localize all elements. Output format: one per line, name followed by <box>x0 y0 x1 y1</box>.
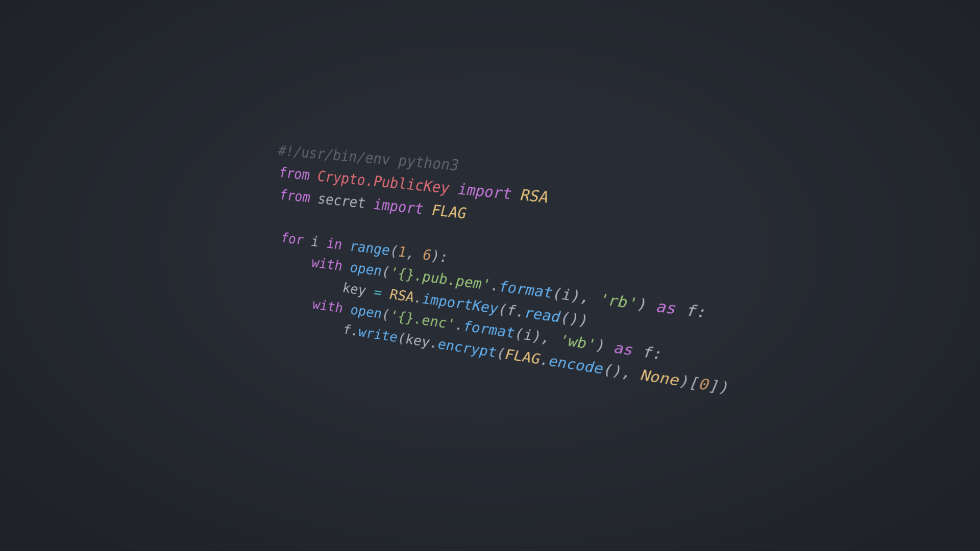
const-flag: FLAG <box>431 201 465 222</box>
fn-format: format <box>498 278 552 302</box>
fn-open: open <box>350 302 381 322</box>
punct-dot: . <box>350 322 357 339</box>
kw-with: with <box>311 296 342 316</box>
punct-rparen: ) <box>577 311 587 329</box>
fn-range: range <box>349 237 388 259</box>
punct-dot: . <box>429 334 437 352</box>
punct-lparen: ( <box>551 284 561 303</box>
const-flag: FLAG <box>504 345 540 367</box>
var-i: i <box>310 233 318 249</box>
str-wb: 'wb' <box>557 331 595 354</box>
kw-from: from <box>278 164 309 183</box>
kw-from: from <box>278 186 309 205</box>
punct-lparen: ( <box>497 300 506 318</box>
punct-colon: : <box>651 344 662 363</box>
punct-lparen: ( <box>495 344 504 362</box>
code-block: #!/usr/bin/env python3 from Crypto.Publi… <box>276 116 755 422</box>
fn-open: open <box>349 259 381 279</box>
var-f: f <box>505 301 515 319</box>
num-1: 1 <box>397 243 405 261</box>
punct-dot: . <box>489 276 498 294</box>
punct-lparen: ( <box>381 306 389 322</box>
op-eq: = <box>365 282 389 302</box>
class-rsa: RSA <box>519 185 548 206</box>
punct-comma: , <box>540 329 558 348</box>
kw-as: as <box>612 339 633 359</box>
fn-encode: encode <box>547 352 603 377</box>
punct-rparen: ) <box>635 295 647 314</box>
fn-encrypt: encrypt <box>437 335 496 360</box>
punct-dot: . <box>538 350 548 368</box>
class-rsa: RSA <box>389 285 413 305</box>
punct-lparen: ( <box>559 308 569 327</box>
var-i: i <box>522 326 532 344</box>
fn-read: read <box>523 304 560 325</box>
punct-dot: . <box>454 316 462 334</box>
punct-dot: . <box>514 302 524 320</box>
punct-comma: , <box>405 243 422 262</box>
punct-lparen: ( <box>389 242 397 259</box>
const-none: None <box>639 366 679 389</box>
str-rb: 'rb' <box>597 290 636 312</box>
punct-rparen: ) <box>531 327 541 345</box>
fn-write: write <box>357 323 397 345</box>
kw-for: for <box>280 229 303 248</box>
var-i: i <box>560 285 570 304</box>
kw-import: import <box>373 195 423 217</box>
punct-lparen: ( <box>513 324 523 342</box>
fn-format: format <box>462 317 514 341</box>
num-6: 6 <box>422 245 430 263</box>
kw-in: in <box>326 234 341 253</box>
var-key: key <box>341 279 365 298</box>
var-key: key <box>404 330 429 349</box>
punct-lparen: ( <box>397 329 405 346</box>
punct-rparen: ) <box>594 336 605 355</box>
kw-import: import <box>457 180 511 203</box>
punct-colon: : <box>438 247 447 265</box>
punct-comma: , <box>579 288 599 308</box>
kw-as: as <box>655 297 676 317</box>
punct-colon: : <box>695 302 707 321</box>
str-enc: '{}.enc' <box>389 307 454 332</box>
punct-rparen: ) <box>430 246 438 264</box>
kw-with: with <box>310 254 341 274</box>
module-secret: secret <box>317 190 365 211</box>
var-f: f <box>342 321 350 338</box>
punct-comma: , <box>620 363 641 383</box>
punct-dot: . <box>413 289 421 306</box>
punct-rparen: ) <box>717 378 729 396</box>
punct-lparen: ( <box>381 263 389 280</box>
